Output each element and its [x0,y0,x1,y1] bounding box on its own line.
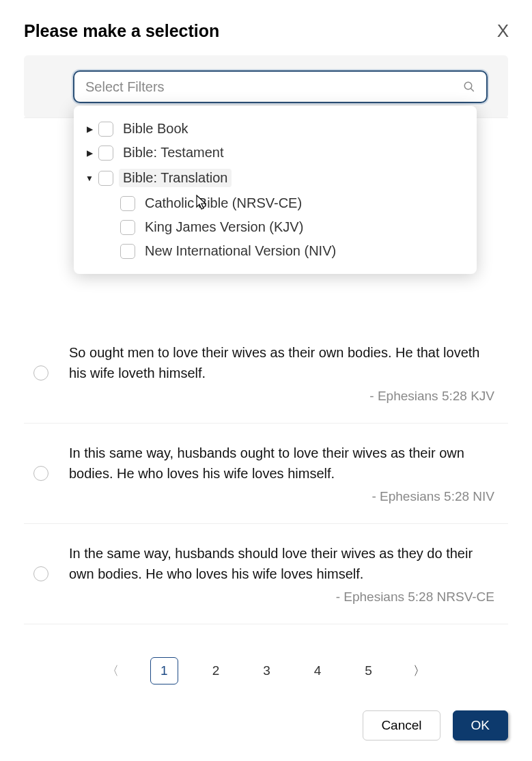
page-next[interactable]: 〉 [406,659,432,683]
close-button[interactable]: X [494,20,512,42]
caret-right-icon: ▶ [85,148,94,158]
dialog-title: Please make a selection [24,21,219,41]
checkbox[interactable] [120,244,135,259]
tree-option-kjv[interactable]: King James Version (KJV) [74,215,477,239]
svg-line-1 [471,88,474,92]
checkbox[interactable] [120,196,135,211]
ok-button[interactable]: OK [453,710,508,741]
list-item[interactable]: In the same way, husbands should love th… [24,524,508,624]
filter-input[interactable] [74,79,463,95]
svg-point-0 [464,82,472,89]
tree-option-nrsv[interactable]: Catholic Bible (NRSV-CE) [74,191,477,215]
page-number[interactable]: 4 [305,658,331,684]
list-item[interactable]: So ought men to love their wives as thei… [24,323,508,424]
page-number[interactable]: 1 [150,657,178,684]
tree-label: Bible: Testament [123,145,224,161]
tree-option-niv[interactable]: New International Version (NIV) [74,239,477,263]
radio-button[interactable] [33,466,48,481]
tree-label: New International Version (NIV) [145,243,336,259]
pagination: 〈 1 2 3 4 5 〉 [0,657,532,684]
page-prev[interactable]: 〈 [100,659,126,683]
verse-text: So ought men to love their wives as thei… [69,342,494,383]
filter-dropdown: ▶ Bible Book ▶ Bible: Testament ▼ Bible:… [74,106,477,274]
page-number[interactable]: 2 [203,658,229,684]
caret-down-icon: ▼ [85,174,94,183]
tree-label: Bible Book [123,121,188,137]
radio-button[interactable] [33,365,48,380]
verse-text: In this same way, husbands ought to love… [69,443,494,484]
verse-reference: - Ephesians 5:28 KJV [69,389,494,404]
caret-right-icon: ▶ [85,124,94,134]
checkbox[interactable] [98,146,113,161]
page-number[interactable]: 3 [253,658,280,684]
filter-input-wrapper[interactable] [73,70,488,103]
verse-reference: - Ephesians 5:28 NRSV-CE [69,590,494,605]
tree-item-bible-translation[interactable]: ▼ Bible: Translation [74,165,477,191]
checkbox[interactable] [98,171,113,186]
tree-label: King James Version (KJV) [145,219,303,235]
verse-reference: - Ephesians 5:28 NIV [69,489,494,504]
tree-label: Bible: Translation [119,169,232,187]
radio-button[interactable] [33,566,48,581]
page-number[interactable]: 5 [355,658,382,684]
checkbox[interactable] [120,220,135,235]
tree-label: Catholic Bible (NRSV-CE) [145,195,302,211]
tree-item-bible-testament[interactable]: ▶ Bible: Testament [74,141,477,165]
verse-text: In the same way, husbands should love th… [69,543,494,584]
dialog-footer: Cancel OK [363,710,508,741]
list-item[interactable]: In this same way, husbands ought to love… [24,424,508,524]
cancel-button[interactable]: Cancel [363,710,440,741]
search-icon [463,81,475,93]
checkbox[interactable] [98,122,113,137]
tree-item-bible-book[interactable]: ▶ Bible Book [74,117,477,141]
